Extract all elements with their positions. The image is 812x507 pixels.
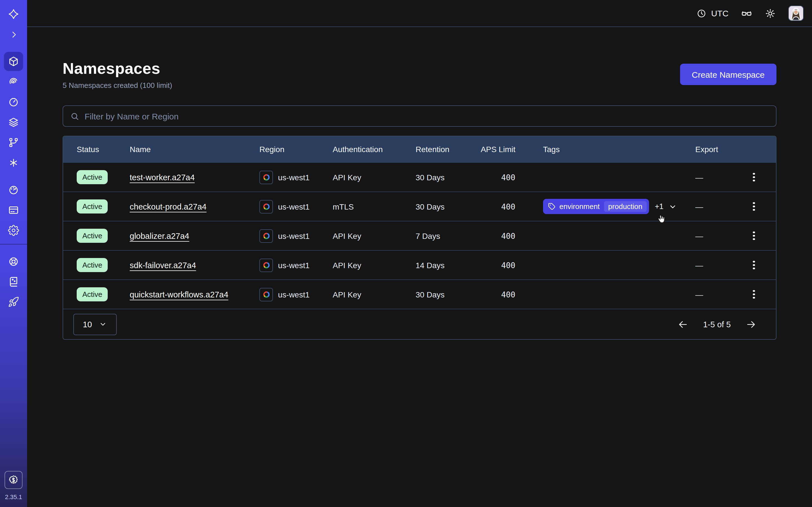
aps-limit-cell: 400 xyxy=(480,231,543,240)
page-size-value: 10 xyxy=(83,320,92,329)
authentication-cell: mTLS xyxy=(333,202,416,211)
lifebuoy-icon xyxy=(8,256,19,267)
user-avatar[interactable] xyxy=(788,6,804,21)
row-actions-kebab-menu[interactable] xyxy=(747,170,761,184)
tag-pill[interactable]: environmentproduction xyxy=(543,199,649,214)
column-header-authentication: Authentication xyxy=(333,145,416,154)
status-cell: Active xyxy=(77,229,130,243)
actions-cell xyxy=(740,258,776,272)
region-label: us-west1 xyxy=(278,231,310,240)
tags-cell xyxy=(543,258,695,273)
sidebar-item-billing[interactable] xyxy=(4,201,23,220)
sidebar-item-schedules[interactable] xyxy=(4,93,23,112)
region-label: us-west1 xyxy=(278,173,310,182)
retention-cell: 30 Days xyxy=(416,173,480,182)
timezone-selector[interactable]: UTC xyxy=(696,8,728,18)
namespace-link[interactable]: checkout-prod.a27a4 xyxy=(130,202,207,211)
aps-limit-cell: 400 xyxy=(480,202,543,211)
sidebar: 2.35.1 xyxy=(0,0,27,507)
cube-icon xyxy=(8,56,19,67)
region-cell: us-west1 xyxy=(259,288,333,301)
status-cell: Active xyxy=(77,200,130,214)
filter-bar xyxy=(63,105,776,127)
name-cell: globalizer.a27a4 xyxy=(130,231,259,240)
create-namespace-button[interactable]: Create Namespace xyxy=(680,64,776,85)
sidebar-item-batch-operations[interactable] xyxy=(4,133,23,152)
gcp-cloud-icon xyxy=(259,229,273,242)
temporal-logo-icon[interactable] xyxy=(4,4,23,24)
table-row: Active globalizer.a27a4 us-west1 API Key… xyxy=(63,221,776,250)
gcp-cloud-icon xyxy=(259,200,273,213)
row-actions-kebab-menu[interactable] xyxy=(747,199,761,214)
sidebar-item-namespaces[interactable] xyxy=(4,52,23,71)
table-row: Active sdk-failover.a27a4 us-west1 API K… xyxy=(63,250,776,279)
next-page-button[interactable] xyxy=(746,319,757,330)
namespaces-table: Status Name Region Authentication Retent… xyxy=(63,136,776,340)
clock-icon xyxy=(696,8,707,18)
authentication-cell: API Key xyxy=(333,231,416,240)
name-cell: test-worker.a27a4 xyxy=(130,173,259,182)
sidebar-item-getting-started[interactable] xyxy=(4,292,23,312)
labs-toggle-button[interactable] xyxy=(741,8,752,19)
page-header: Namespaces 5 Namespaces created (100 lim… xyxy=(63,60,776,90)
app-version: 2.35.1 xyxy=(5,494,22,500)
main-column: UTC Namespaces 5 Namespaces created (100… xyxy=(27,0,812,507)
row-actions-kebab-menu[interactable] xyxy=(747,258,761,272)
region-cell: us-west1 xyxy=(259,170,333,184)
gcp-cloud-icon xyxy=(259,258,273,272)
retention-cell: 7 Days xyxy=(416,231,480,240)
row-actions-kebab-menu[interactable] xyxy=(747,287,761,302)
name-cell: sdk-failover.a27a4 xyxy=(130,261,259,270)
gcp-cloud-icon xyxy=(259,170,273,184)
gauge-icon xyxy=(8,184,19,195)
page-size-select[interactable]: 10 xyxy=(73,314,117,335)
namespace-link[interactable]: quickstart-workflows.a27a4 xyxy=(130,290,229,299)
sidebar-expand-chevron-right-icon[interactable] xyxy=(4,25,23,44)
export-cell: — xyxy=(695,290,740,299)
retention-cell: 30 Days xyxy=(416,290,480,299)
sidebar-item-deployments[interactable] xyxy=(4,113,23,132)
topbar: UTC xyxy=(27,0,812,27)
name-cell: checkout-prod.a27a4 xyxy=(130,202,259,211)
table-row: Active test-worker.a27a4 us-west1 API Ke… xyxy=(63,162,776,191)
authentication-cell: API Key xyxy=(333,261,416,270)
sidebar-divider xyxy=(0,244,27,244)
theme-toggle-button[interactable] xyxy=(765,8,776,19)
sidebar-item-settings[interactable] xyxy=(4,221,23,240)
status-cell: Active xyxy=(77,258,130,272)
row-actions-kebab-menu[interactable] xyxy=(747,228,761,243)
tag-value: production xyxy=(604,201,647,212)
extra-tags-count: +1 xyxy=(655,202,664,211)
status-badge: Active xyxy=(77,229,108,243)
status-badge: Active xyxy=(77,258,108,272)
region-label: us-west1 xyxy=(278,261,310,270)
tag-key: environment xyxy=(559,202,600,211)
sidebar-item-docs[interactable] xyxy=(4,272,23,291)
sidebar-item-workflows[interactable] xyxy=(4,72,23,91)
retention-cell: 30 Days xyxy=(416,202,480,211)
pagination-range: 1-5 of 5 xyxy=(703,320,731,329)
namespace-link[interactable]: globalizer.a27a4 xyxy=(130,231,189,240)
column-header-status: Status xyxy=(77,145,130,154)
tags-cell: environmentproduction+1 xyxy=(543,199,695,214)
book-sparkles-icon xyxy=(8,276,19,287)
filter-input[interactable] xyxy=(85,111,769,121)
status-cell: Active xyxy=(77,170,130,184)
expand-tags-chevron[interactable] xyxy=(668,202,677,211)
region-cell: us-west1 xyxy=(259,229,333,242)
namespaces-page: Namespaces 5 Namespaces created (100 lim… xyxy=(27,27,812,340)
namespace-link[interactable]: test-worker.a27a4 xyxy=(130,173,195,182)
sidebar-item-usage[interactable] xyxy=(4,180,23,200)
table-header: Status Name Region Authentication Retent… xyxy=(63,136,776,162)
namespace-link[interactable]: sdk-failover.a27a4 xyxy=(130,261,196,270)
previous-page-button[interactable] xyxy=(677,319,689,330)
pricing-button[interactable] xyxy=(4,471,22,489)
pager-controls: 1-5 of 5 xyxy=(677,319,757,330)
status-cell: Active xyxy=(77,287,130,301)
tags-cell xyxy=(543,170,695,185)
status-badge: Active xyxy=(77,200,108,214)
export-cell: — xyxy=(695,202,740,211)
arrow-right-icon xyxy=(746,319,757,330)
sidebar-item-nexus[interactable] xyxy=(4,153,23,172)
sidebar-item-support[interactable] xyxy=(4,252,23,271)
